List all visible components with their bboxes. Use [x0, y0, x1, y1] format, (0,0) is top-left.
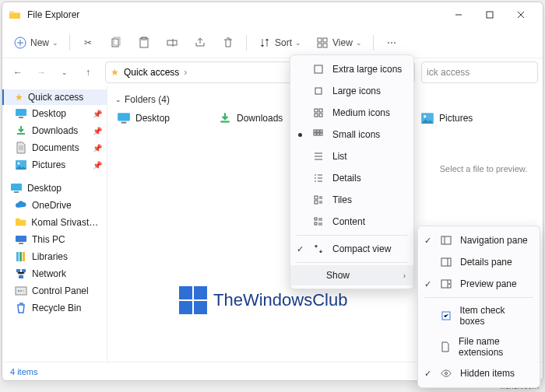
cloud-icon — [15, 199, 27, 212]
delete-button[interactable] — [215, 33, 241, 53]
menu-item-hidden-items[interactable]: ✓Hidden items — [418, 362, 540, 384]
sidebar-item-thispc[interactable]: This PC — [2, 231, 107, 248]
sidebar-item-user[interactable]: Komal Srivastava — [2, 214, 107, 231]
svg-point-60 — [445, 373, 448, 375]
document-icon — [15, 142, 27, 154]
minimize-button[interactable] — [443, 4, 474, 26]
maximize-button[interactable] — [474, 4, 505, 26]
view-grid-icon — [315, 36, 329, 50]
forward-button[interactable]: → — [30, 61, 52, 83]
menu-item-file-extensions[interactable]: File name extensions — [418, 331, 540, 362]
svg-rect-56 — [441, 258, 451, 266]
sidebar-label: Network — [32, 268, 66, 279]
paste-button[interactable] — [131, 33, 157, 53]
svg-rect-13 — [17, 133, 25, 135]
sidebar-item-documents[interactable]: Documents 📌 — [2, 139, 107, 156]
sidebar-label: Recycle Bin — [32, 303, 81, 313]
menu-item-small-icons[interactable]: Small icons — [290, 124, 413, 145]
menu-item-extra-large-icons[interactable]: Extra large icons — [290, 58, 413, 80]
menu-item-compact-view[interactable]: ✓Compact view — [290, 238, 413, 260]
menu-item-preview-pane[interactable]: ✓Preview pane — [418, 273, 540, 295]
toolbar-separator — [246, 35, 247, 51]
svg-rect-44 — [319, 114, 322, 117]
svg-rect-20 — [16, 252, 19, 261]
star-icon: ★ — [111, 67, 119, 78]
sidebar-item-downloads[interactable]: Downloads 📌 — [2, 122, 107, 139]
menu-separator — [297, 235, 407, 236]
search-input[interactable]: ick access — [421, 61, 538, 83]
menu-label: Show — [326, 270, 350, 281]
recycle-icon — [15, 302, 27, 314]
menu-label: Small icons — [332, 129, 380, 140]
close-button[interactable] — [505, 4, 536, 26]
sidebar-item-pictures[interactable]: Pictures 📌 — [2, 156, 107, 173]
sidebar-item-recyclebin[interactable]: Recycle Bin — [2, 299, 107, 317]
sidebar-item-controlpanel[interactable]: Control Panel — [2, 282, 107, 299]
previewpane-icon — [440, 278, 452, 290]
up-button[interactable]: ↑ — [77, 61, 99, 83]
menu-item-navigation-pane[interactable]: ✓Navigation pane — [418, 229, 540, 251]
sidebar-item-onedrive[interactable]: OneDrive — [2, 197, 107, 214]
sidebar-label: Control Panel — [32, 285, 89, 296]
menu-label: File name extensions — [459, 336, 530, 358]
cut-button[interactable]: ✂ — [75, 33, 101, 53]
svg-rect-0 — [487, 12, 493, 18]
menu-item-content[interactable]: Content — [290, 211, 413, 233]
sidebar-label: Libraries — [32, 251, 68, 262]
svg-rect-48 — [314, 133, 316, 135]
view-button[interactable]: View ⌄ — [309, 33, 368, 53]
menu-item-show[interactable]: Show› — [290, 265, 413, 285]
svg-rect-52 — [315, 201, 318, 204]
more-button[interactable]: ⋯ — [378, 33, 405, 53]
share-button[interactable] — [187, 33, 213, 53]
recent-button[interactable]: ⌄ — [54, 61, 76, 83]
list-item[interactable]: Pictures — [419, 110, 505, 127]
svg-rect-36 — [194, 286, 207, 299]
svg-rect-35 — [179, 286, 192, 299]
preview-hint-text: Select a file to preview. — [440, 164, 528, 173]
sidebar-item-quick-access[interactable]: ★ Quick access — [2, 89, 107, 105]
menu-item-tiles[interactable]: Tiles — [290, 189, 413, 211]
chevron-right-icon: › — [403, 271, 406, 280]
sidebar-item-network[interactable]: Network — [2, 265, 107, 282]
clipboard-icon — [137, 36, 151, 50]
copy-button[interactable] — [103, 33, 129, 53]
titlebar: File Explorer — [2, 2, 543, 27]
network-icon — [15, 268, 27, 280]
menu-label: Item check boxes — [460, 305, 531, 327]
sidebar-item-desktop[interactable]: Desktop 📌 — [2, 105, 107, 122]
navbar: ← → ⌄ ↑ ★ Quick access › ick access — [2, 58, 543, 86]
menu-item-item-check-boxes[interactable]: Item check boxes — [418, 300, 540, 331]
menu-item-details[interactable]: Details — [290, 167, 413, 189]
sidebar-label: This PC — [32, 234, 65, 245]
ellipsis-icon: ⋯ — [385, 36, 399, 50]
svg-rect-51 — [315, 196, 318, 199]
menu-item-details-pane[interactable]: Details pane — [418, 251, 540, 273]
sidebar-label: Downloads — [32, 125, 78, 136]
list-item[interactable]: Desktop — [115, 110, 201, 127]
sidebar-item-desktop-root[interactable]: Desktop — [2, 180, 107, 197]
new-button[interactable]: New ⌄ — [7, 33, 65, 53]
menu-label: Compact view — [332, 243, 391, 254]
check-icon: ✓ — [297, 244, 304, 254]
sidebar-label: Documents — [32, 142, 79, 153]
menu-item-large-icons[interactable]: Large icons — [290, 80, 413, 102]
sidebar-item-libraries[interactable]: Libraries — [2, 248, 107, 265]
menu-item-medium-icons[interactable]: Medium icons — [290, 102, 413, 124]
breadcrumb[interactable]: Quick access — [124, 67, 179, 78]
watermark: TheWindowsClub — [178, 285, 347, 316]
sidebar-label: Desktop — [27, 183, 62, 194]
svg-rect-43 — [315, 114, 318, 117]
sidebar-label: Quick access — [28, 92, 83, 103]
item-count: 4 items — [10, 367, 37, 376]
download-icon — [218, 111, 232, 125]
sort-button[interactable]: Sort ⌄ — [251, 33, 308, 53]
svg-point-34 — [424, 115, 426, 117]
extra-large-icon — [312, 63, 325, 75]
menu-item-list[interactable]: List — [290, 145, 413, 167]
rename-button[interactable] — [159, 33, 185, 53]
svg-rect-21 — [19, 252, 22, 261]
sidebar-label: OneDrive — [32, 200, 72, 211]
back-button[interactable]: ← — [7, 61, 29, 83]
svg-point-15 — [18, 163, 20, 165]
